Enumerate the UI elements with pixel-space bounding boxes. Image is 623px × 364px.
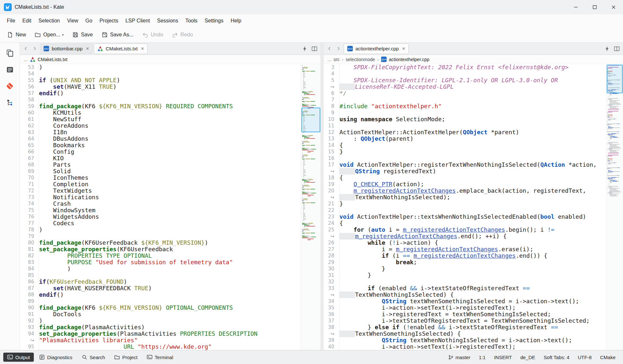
minimap-line <box>607 157 622 157</box>
code-line: 5 SPDX-License-Identifier: LGPL-2.1-only… <box>324 77 608 84</box>
tool-documents-button[interactable] <box>4 47 16 59</box>
history-forward-button[interactable]: › <box>30 42 39 55</box>
status-soft-tabs-4[interactable]: Soft Tabs: 4 <box>539 353 574 362</box>
quick-open-icon[interactable] <box>300 43 310 55</box>
maximize-button[interactable] <box>585 0 604 14</box>
breadcrumb-item[interactable]: selectionmode <box>346 57 375 62</box>
panel-diagnostics-button[interactable]: Diagnostics <box>35 353 76 362</box>
code-text: if (enabled && i->textStateOfRegisteredT… <box>339 285 608 292</box>
tab-actiontexthelper-cpp[interactable]: C++actiontexthelper.cpp× <box>344 44 409 54</box>
minimap-line <box>302 149 320 150</box>
tool-symbols-button[interactable] <box>4 97 16 109</box>
code-text: URL "https://www.kde.org" <box>38 344 303 350</box>
split-view-icon[interactable] <box>310 43 319 55</box>
code-line: 39 QString textWhenNothingIsSelected = i… <box>324 337 608 344</box>
pane-splitter[interactable] <box>321 43 324 350</box>
breadcrumb-overflow-button[interactable]: ... <box>327 57 331 62</box>
minimap-line <box>607 186 622 187</box>
tool-git-button[interactable] <box>4 80 16 92</box>
minimap-line <box>302 185 320 186</box>
statusbar-info: master1:1INSERTde_DESoft Tabs: 4UTF-8CMa… <box>444 353 620 362</box>
tab-bar-right: ‹›C++actiontexthelper.cpp× <box>324 43 623 55</box>
menu-help[interactable]: Help <box>227 15 245 26</box>
minimap-line <box>607 121 622 121</box>
minimap-scrollbar[interactable] <box>301 64 321 350</box>
menu-file[interactable]: File <box>3 15 19 26</box>
panel-terminal-button[interactable]: Terminal <box>143 353 177 362</box>
code-text: Codecs <box>38 220 303 227</box>
main-toolbar: NewOpen...▾SaveSave As...UndoRedo <box>0 27 623 43</box>
history-back-button[interactable]: ‹ <box>325 42 334 55</box>
open-button[interactable]: Open...▾ <box>31 30 67 40</box>
minimap-line <box>302 139 320 140</box>
status-cmake[interactable]: CMake <box>596 353 620 362</box>
menu-lsp-client[interactable]: LSP Client <box>122 15 153 26</box>
code-line: 17void ActionTextHelper::registerTextWhe… <box>324 162 608 168</box>
breadcrumb-overflow-button[interactable]: ... <box>24 57 28 62</box>
minimap-line <box>302 221 320 222</box>
menu-projects[interactable]: Projects <box>96 15 122 26</box>
panel-project-button[interactable]: Project <box>110 353 141 362</box>
minimap-line <box>607 155 622 155</box>
panel-output-button[interactable]: Output <box>3 353 34 362</box>
breadcrumb-item[interactable]: CMakeLists.txt <box>38 57 68 62</box>
menu-edit[interactable]: Edit <box>19 15 35 26</box>
minimap-scrollbar[interactable] <box>606 64 623 350</box>
tool-filesystem-button[interactable] <box>4 64 16 75</box>
minimap-viewport[interactable] <box>607 65 623 93</box>
menu-settings[interactable]: Settings <box>201 15 227 26</box>
branch-icon <box>448 355 454 360</box>
panel-search-button[interactable]: Search <box>78 353 109 362</box>
breadcrumb-item[interactable]: src <box>334 57 340 62</box>
minimize-button[interactable] <box>566 0 585 14</box>
code-text: KIO <box>38 155 303 162</box>
status-master[interactable]: master <box>444 353 475 362</box>
editor-view-right[interactable]: 3 SPDX-FileCopyrightText: 2022 Felix Ern… <box>324 64 623 350</box>
split-view-icon[interactable] <box>612 43 622 55</box>
history-forward-button[interactable]: › <box>334 42 343 55</box>
minimap-line <box>302 76 320 76</box>
tab-close-icon[interactable]: × <box>85 46 89 51</box>
code-line: ↪TextWhenSomethingIsSelected) { <box>324 331 608 337</box>
status-de-de[interactable]: de_DE <box>516 353 539 362</box>
line-number: 71 <box>20 181 38 188</box>
panel-label: Terminal <box>155 355 173 360</box>
breadcrumb-item[interactable]: actiontexthelper.cpp <box>389 57 430 62</box>
quick-open-icon[interactable] <box>602 43 612 55</box>
save-as-button[interactable]: Save As... <box>98 30 137 40</box>
tab-bottombar-cpp[interactable]: C++bottombar.cpp× <box>40 44 93 54</box>
minimap-line <box>302 94 320 95</box>
minimap-line <box>302 225 320 226</box>
status-1-1[interactable]: 1:1 <box>475 353 490 362</box>
new-icon <box>7 32 13 38</box>
new-button[interactable]: New <box>3 30 30 40</box>
close-button[interactable] <box>604 0 623 14</box>
code-text: Bookmarks <box>38 142 303 149</box>
menu-go[interactable]: Go <box>82 15 96 26</box>
tab-cmakelists-txt[interactable]: CMakeLists.txt× <box>94 44 148 54</box>
tab-close-icon[interactable]: × <box>140 46 144 51</box>
status-insert[interactable]: INSERT <box>490 353 516 362</box>
line-number: 36 <box>324 311 339 318</box>
minimap-viewport[interactable] <box>301 108 320 132</box>
tab-close-icon[interactable]: × <box>401 46 405 51</box>
minimap-line <box>302 105 320 106</box>
status-utf-8[interactable]: UTF-8 <box>574 353 596 362</box>
editor-view-left[interactable]: 53)5455if (UNIX AND NOT APPLE)56 set(HAV… <box>20 64 321 350</box>
menu-sessions[interactable]: Sessions <box>153 15 182 26</box>
save-button[interactable]: Save <box>69 30 96 40</box>
redo-button[interactable]: Redo <box>168 30 196 40</box>
line-number: 89 <box>20 298 38 305</box>
code-line: 77 Codecs <box>20 220 303 227</box>
menu-view[interactable]: View <box>63 15 82 26</box>
line-number: 38 <box>324 324 339 331</box>
code-line: 72 TextWidgets <box>20 188 303 194</box>
line-number: 85 <box>20 272 38 279</box>
code-text: { <box>339 175 608 181</box>
undo-button[interactable]: Undo <box>139 30 167 40</box>
history-back-button[interactable]: ‹ <box>21 42 30 55</box>
code-line: 83 PURPOSE "Used for submission of telem… <box>20 259 303 266</box>
menu-tools[interactable]: Tools <box>182 15 201 26</box>
menu-selection[interactable]: Selection <box>35 15 63 26</box>
code-line: 67 KIO <box>20 155 303 162</box>
